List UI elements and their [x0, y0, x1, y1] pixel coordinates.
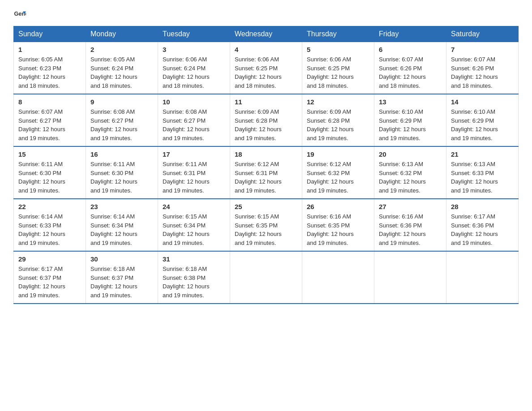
calendar-cell: 25 Sunrise: 6:15 AM Sunset: 6:35 PM Dayl… [230, 199, 302, 251]
day-number: 13 [379, 98, 442, 106]
day-info: Sunrise: 6:08 AM Sunset: 6:27 PM Dayligh… [90, 107, 153, 142]
calendar-cell: 11 Sunrise: 6:09 AM Sunset: 6:28 PM Dayl… [230, 94, 302, 146]
weekday-header-friday: Friday [374, 26, 446, 42]
calendar-cell: 22 Sunrise: 6:14 AM Sunset: 6:33 PM Dayl… [14, 199, 86, 251]
calendar-cell: 14 Sunrise: 6:10 AM Sunset: 6:29 PM Dayl… [446, 94, 519, 146]
calendar-cell [230, 251, 302, 304]
day-number: 4 [235, 46, 297, 53]
day-number: 15 [18, 150, 81, 158]
day-info: Sunrise: 6:12 AM Sunset: 6:32 PM Dayligh… [307, 160, 369, 195]
calendar-cell: 16 Sunrise: 6:11 AM Sunset: 6:30 PM Dayl… [86, 146, 158, 199]
day-number: 2 [90, 46, 153, 53]
weekday-header-monday: Monday [86, 26, 158, 42]
day-info: Sunrise: 6:07 AM Sunset: 6:27 PM Dayligh… [18, 107, 81, 142]
day-info: Sunrise: 6:06 AM Sunset: 6:25 PM Dayligh… [235, 55, 297, 90]
day-number: 12 [307, 98, 369, 106]
day-info: Sunrise: 6:15 AM Sunset: 6:35 PM Dayligh… [235, 212, 297, 247]
day-info: Sunrise: 6:09 AM Sunset: 6:28 PM Dayligh… [235, 107, 297, 142]
weekday-header-tuesday: Tuesday [158, 26, 230, 42]
day-number: 18 [235, 150, 297, 158]
day-number: 29 [18, 255, 81, 263]
day-info: Sunrise: 6:15 AM Sunset: 6:34 PM Dayligh… [163, 212, 225, 247]
day-number: 14 [451, 98, 514, 106]
day-info: Sunrise: 6:07 AM Sunset: 6:26 PM Dayligh… [379, 55, 442, 90]
day-number: 19 [307, 150, 369, 158]
day-info: Sunrise: 6:09 AM Sunset: 6:28 PM Dayligh… [307, 107, 369, 142]
week-row-3: 15 Sunrise: 6:11 AM Sunset: 6:30 PM Dayl… [14, 146, 519, 199]
calendar-cell: 12 Sunrise: 6:09 AM Sunset: 6:28 PM Dayl… [302, 94, 374, 146]
calendar-cell: 8 Sunrise: 6:07 AM Sunset: 6:27 PM Dayli… [14, 94, 86, 146]
day-number: 8 [18, 98, 81, 106]
day-number: 11 [235, 98, 297, 106]
calendar-cell [374, 251, 446, 304]
logo-icon: General [13, 9, 26, 21]
day-number: 17 [163, 150, 225, 158]
day-number: 23 [90, 203, 153, 210]
day-number: 9 [90, 98, 153, 106]
calendar-cell: 20 Sunrise: 6:13 AM Sunset: 6:32 PM Dayl… [374, 146, 446, 199]
day-number: 31 [163, 255, 225, 263]
day-info: Sunrise: 6:06 AM Sunset: 6:24 PM Dayligh… [163, 55, 225, 90]
calendar-cell: 30 Sunrise: 6:18 AM Sunset: 6:37 PM Dayl… [86, 251, 158, 304]
day-info: Sunrise: 6:05 AM Sunset: 6:23 PM Dayligh… [18, 55, 81, 90]
page-header: General [13, 9, 519, 21]
calendar-cell: 19 Sunrise: 6:12 AM Sunset: 6:32 PM Dayl… [302, 146, 374, 199]
day-info: Sunrise: 6:05 AM Sunset: 6:24 PM Dayligh… [90, 55, 153, 90]
day-info: Sunrise: 6:11 AM Sunset: 6:30 PM Dayligh… [18, 160, 81, 195]
day-number: 1 [18, 46, 81, 53]
calendar-cell: 10 Sunrise: 6:08 AM Sunset: 6:27 PM Dayl… [158, 94, 230, 146]
calendar-cell: 5 Sunrise: 6:06 AM Sunset: 6:25 PM Dayli… [302, 42, 374, 94]
day-info: Sunrise: 6:17 AM Sunset: 6:37 PM Dayligh… [18, 265, 81, 300]
day-number: 20 [379, 150, 442, 158]
day-number: 26 [307, 203, 369, 210]
week-row-1: 1 Sunrise: 6:05 AM Sunset: 6:23 PM Dayli… [14, 42, 519, 94]
week-row-2: 8 Sunrise: 6:07 AM Sunset: 6:27 PM Dayli… [14, 94, 519, 146]
day-info: Sunrise: 6:16 AM Sunset: 6:35 PM Dayligh… [307, 212, 369, 247]
calendar-cell: 3 Sunrise: 6:06 AM Sunset: 6:24 PM Dayli… [158, 42, 230, 94]
day-info: Sunrise: 6:14 AM Sunset: 6:34 PM Dayligh… [90, 212, 153, 247]
day-number: 30 [90, 255, 153, 263]
day-info: Sunrise: 6:13 AM Sunset: 6:32 PM Dayligh… [379, 160, 442, 195]
day-info: Sunrise: 6:14 AM Sunset: 6:33 PM Dayligh… [18, 212, 81, 247]
calendar-cell: 6 Sunrise: 6:07 AM Sunset: 6:26 PM Dayli… [374, 42, 446, 94]
calendar-table: SundayMondayTuesdayWednesdayThursdayFrid… [13, 26, 519, 304]
calendar-cell: 9 Sunrise: 6:08 AM Sunset: 6:27 PM Dayli… [86, 94, 158, 146]
day-info: Sunrise: 6:13 AM Sunset: 6:33 PM Dayligh… [451, 160, 514, 195]
calendar-cell: 23 Sunrise: 6:14 AM Sunset: 6:34 PM Dayl… [86, 199, 158, 251]
weekday-header-row: SundayMondayTuesdayWednesdayThursdayFrid… [14, 26, 519, 42]
calendar-cell: 24 Sunrise: 6:15 AM Sunset: 6:34 PM Dayl… [158, 199, 230, 251]
day-info: Sunrise: 6:11 AM Sunset: 6:30 PM Dayligh… [90, 160, 153, 195]
day-number: 7 [451, 46, 514, 53]
week-row-4: 22 Sunrise: 6:14 AM Sunset: 6:33 PM Dayl… [14, 199, 519, 251]
calendar-cell: 26 Sunrise: 6:16 AM Sunset: 6:35 PM Dayl… [302, 199, 374, 251]
calendar-cell: 13 Sunrise: 6:10 AM Sunset: 6:29 PM Dayl… [374, 94, 446, 146]
day-info: Sunrise: 6:18 AM Sunset: 6:38 PM Dayligh… [163, 265, 225, 300]
day-number: 22 [18, 203, 81, 210]
week-row-5: 29 Sunrise: 6:17 AM Sunset: 6:37 PM Dayl… [14, 251, 519, 304]
calendar-cell: 2 Sunrise: 6:05 AM Sunset: 6:24 PM Dayli… [86, 42, 158, 94]
weekday-header-thursday: Thursday [302, 26, 374, 42]
calendar-cell: 28 Sunrise: 6:17 AM Sunset: 6:36 PM Dayl… [446, 199, 519, 251]
calendar-cell: 4 Sunrise: 6:06 AM Sunset: 6:25 PM Dayli… [230, 42, 302, 94]
day-number: 24 [163, 203, 225, 210]
calendar-cell: 29 Sunrise: 6:17 AM Sunset: 6:37 PM Dayl… [14, 251, 86, 304]
calendar-cell: 15 Sunrise: 6:11 AM Sunset: 6:30 PM Dayl… [14, 146, 86, 199]
day-info: Sunrise: 6:11 AM Sunset: 6:31 PM Dayligh… [163, 160, 225, 195]
day-number: 3 [163, 46, 225, 53]
calendar-cell: 31 Sunrise: 6:18 AM Sunset: 6:38 PM Dayl… [158, 251, 230, 304]
day-info: Sunrise: 6:07 AM Sunset: 6:26 PM Dayligh… [451, 55, 514, 90]
calendar-cell [302, 251, 374, 304]
day-number: 16 [90, 150, 153, 158]
day-info: Sunrise: 6:08 AM Sunset: 6:27 PM Dayligh… [163, 107, 225, 142]
day-info: Sunrise: 6:06 AM Sunset: 6:25 PM Dayligh… [307, 55, 369, 90]
calendar-cell [446, 251, 519, 304]
day-number: 6 [379, 46, 442, 53]
weekday-header-saturday: Saturday [446, 26, 519, 42]
day-info: Sunrise: 6:12 AM Sunset: 6:31 PM Dayligh… [235, 160, 297, 195]
day-info: Sunrise: 6:10 AM Sunset: 6:29 PM Dayligh… [379, 107, 442, 142]
calendar-cell: 21 Sunrise: 6:13 AM Sunset: 6:33 PM Dayl… [446, 146, 519, 199]
day-info: Sunrise: 6:16 AM Sunset: 6:36 PM Dayligh… [379, 212, 442, 247]
calendar-cell: 1 Sunrise: 6:05 AM Sunset: 6:23 PM Dayli… [14, 42, 86, 94]
calendar-cell: 17 Sunrise: 6:11 AM Sunset: 6:31 PM Dayl… [158, 146, 230, 199]
weekday-header-wednesday: Wednesday [230, 26, 302, 42]
